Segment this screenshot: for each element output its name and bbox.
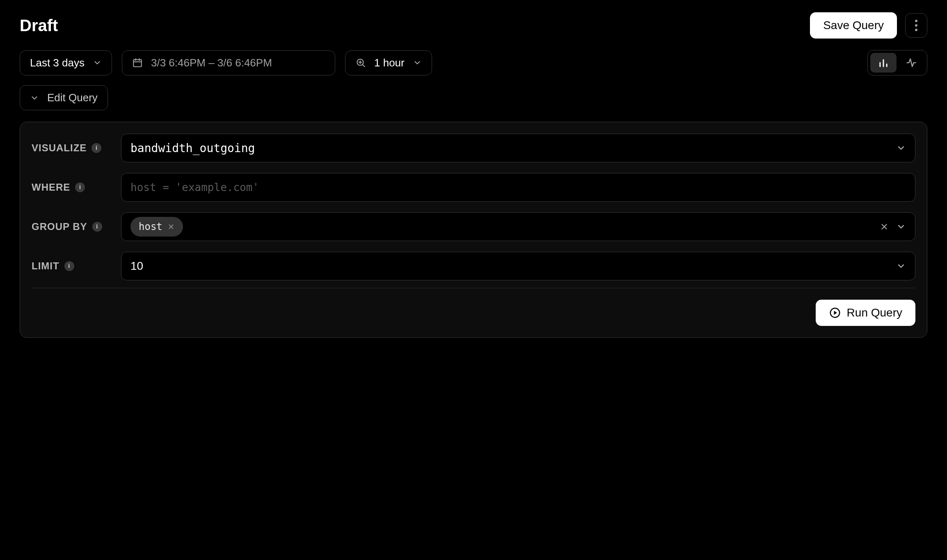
svg-rect-3 xyxy=(133,59,142,66)
where-row: WHERE i xyxy=(32,173,915,202)
panel-divider xyxy=(32,288,915,288)
more-vertical-icon xyxy=(915,19,918,32)
svg-point-1 xyxy=(915,24,917,27)
info-icon[interactable]: i xyxy=(91,143,101,153)
run-query-label: Run Query xyxy=(847,306,902,319)
group-by-select[interactable]: host xyxy=(121,212,915,241)
limit-row: LIMIT i 10 xyxy=(32,252,915,280)
group-by-label: GROUP BY xyxy=(32,221,87,232)
interval-select[interactable]: 1 hour xyxy=(345,50,432,75)
group-by-tag-label: host xyxy=(139,221,162,232)
chevron-down-icon xyxy=(896,261,906,271)
chevron-down-icon xyxy=(413,58,422,67)
info-icon[interactable]: i xyxy=(92,222,102,232)
edit-query-label: Edit Query xyxy=(47,91,98,104)
limit-value: 10 xyxy=(130,260,143,273)
panel-footer: Run Query xyxy=(32,300,915,326)
svg-point-0 xyxy=(915,20,917,22)
limit-select[interactable]: 10 xyxy=(121,252,915,280)
where-label-group: WHERE i xyxy=(32,182,110,193)
page-title: Draft xyxy=(20,16,58,35)
chevron-down-icon xyxy=(93,58,102,67)
visualize-label-group: VISUALIZE i xyxy=(32,142,110,154)
view-mode-raw[interactable] xyxy=(898,53,924,73)
play-circle-icon xyxy=(829,307,841,319)
view-mode-toggle xyxy=(867,50,927,75)
info-icon[interactable]: i xyxy=(64,261,74,271)
where-input-wrap xyxy=(121,173,915,202)
bar-chart-icon xyxy=(878,57,889,68)
remove-tag-button[interactable] xyxy=(167,223,175,230)
where-label: WHERE xyxy=(32,182,70,193)
header-actions: Save Query xyxy=(810,12,927,39)
save-query-button[interactable]: Save Query xyxy=(810,12,897,39)
time-preset-select[interactable]: Last 3 days xyxy=(20,50,112,75)
visualize-label: VISUALIZE xyxy=(32,142,87,154)
edit-query-toggle[interactable]: Edit Query xyxy=(20,85,108,110)
page-header: Draft Save Query xyxy=(20,12,927,39)
info-icon[interactable]: i xyxy=(75,182,85,192)
limit-label: LIMIT xyxy=(32,260,59,272)
group-by-tag: host xyxy=(130,217,183,237)
clear-group-by-button[interactable] xyxy=(880,222,889,231)
visualize-value: bandwidth_outgoing xyxy=(130,141,255,155)
run-query-button[interactable]: Run Query xyxy=(816,300,915,326)
edit-query-row: Edit Query xyxy=(20,85,927,110)
chevron-down-icon xyxy=(30,93,39,102)
visualize-row: VISUALIZE i bandwidth_outgoing xyxy=(32,134,915,162)
interval-value: 1 hour xyxy=(374,57,405,69)
controls-row: Last 3 days 3/3 6:46PM – 3/6 6:46PM 1 ho… xyxy=(20,50,927,75)
date-range-value: 3/3 6:46PM – 3/6 6:46PM xyxy=(151,57,272,69)
where-input[interactable] xyxy=(130,181,906,193)
save-query-label: Save Query xyxy=(823,19,884,32)
group-by-label-group: GROUP BY i xyxy=(32,221,110,232)
svg-point-2 xyxy=(915,29,917,31)
time-preset-value: Last 3 days xyxy=(30,57,85,69)
limit-label-group: LIMIT i xyxy=(32,260,110,272)
chevron-down-icon xyxy=(896,143,906,153)
query-panel: VISUALIZE i bandwidth_outgoing WHERE i G… xyxy=(20,122,927,338)
zoom-in-icon xyxy=(355,57,366,68)
chevron-down-icon xyxy=(896,222,906,232)
activity-icon xyxy=(906,57,917,68)
more-options-button[interactable] xyxy=(905,13,927,38)
date-range-picker[interactable]: 3/3 6:46PM – 3/6 6:46PM xyxy=(122,50,335,75)
visualize-select[interactable]: bandwidth_outgoing xyxy=(121,134,915,162)
view-mode-chart[interactable] xyxy=(870,53,897,73)
group-by-row: GROUP BY i host xyxy=(32,212,915,241)
calendar-icon xyxy=(132,57,143,68)
